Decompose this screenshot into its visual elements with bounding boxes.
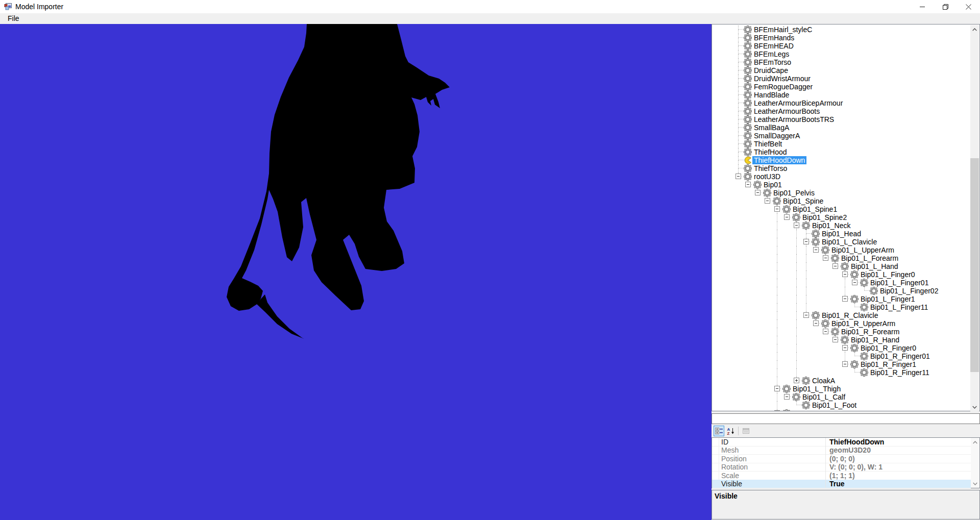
property-row-scale[interactable]: Scale(1; 1; 1): [712, 472, 971, 480]
tree-item[interactable]: Bip01_L_Finger02: [712, 287, 971, 295]
tree-item[interactable]: DruidWristArmour: [712, 75, 971, 83]
collapse-icon[interactable]: [803, 239, 809, 244]
collapse-icon[interactable]: [852, 280, 857, 285]
column-divider[interactable]: [825, 438, 826, 488]
tree-item[interactable]: [712, 409, 971, 411]
tree-item[interactable]: Bip01_L_Finger1: [712, 295, 971, 303]
menu-file[interactable]: File: [3, 13, 24, 24]
tree-item[interactable]: ThiefTorso: [712, 164, 971, 172]
tree-item[interactable]: Bip01_L_Finger11: [712, 303, 971, 311]
tree-item[interactable]: Bip01_R_Forearm: [712, 328, 971, 336]
tree-item[interactable]: ThiefHood: [712, 148, 971, 156]
close-button[interactable]: [957, 0, 980, 13]
collapse-icon[interactable]: [832, 337, 838, 342]
tree-item[interactable]: Bip01_L_Clavicle: [712, 238, 971, 246]
tree-item[interactable]: Bip01_L_Foot: [712, 401, 971, 409]
property-row-rotation[interactable]: RotationV: (0; 0; 0), W: 1: [712, 463, 971, 472]
collapse-icon[interactable]: [745, 182, 751, 187]
collapse-icon[interactable]: [765, 198, 770, 204]
tree-item[interactable]: SmallBagA: [712, 123, 971, 132]
tree-item[interactable]: FemRogueDagger: [712, 83, 971, 91]
tree-item[interactable]: Bip01_Spine: [712, 197, 971, 205]
tree-item[interactable]: Bip01_L_Thigh: [712, 385, 971, 393]
tree-item[interactable]: ThiefBelt: [712, 140, 971, 148]
property-value[interactable]: True: [829, 480, 845, 488]
tree-item[interactable]: rootU3D: [712, 172, 971, 181]
filter-textbox[interactable]: [712, 413, 980, 424]
tree-item[interactable]: LeatherArmourBoots: [712, 107, 971, 115]
tree-scrollbar-thumb[interactable]: [970, 158, 979, 372]
collapse-icon[interactable]: [813, 320, 819, 326]
collapse-icon[interactable]: [803, 312, 809, 318]
tree-item[interactable]: Bip01_Spine2: [712, 213, 971, 221]
collapse-icon[interactable]: [842, 271, 848, 277]
tree-item[interactable]: Bip01_R_Finger0: [712, 344, 971, 352]
tree-item[interactable]: Bip01_L_Finger0: [712, 270, 971, 279]
property-row-mesh[interactable]: MeshgeomU3D20: [712, 446, 971, 455]
propertygrid-scrollbar[interactable]: [971, 438, 979, 488]
property-row-position[interactable]: Position(0; 0; 0): [712, 455, 971, 463]
categorized-button[interactable]: [714, 426, 724, 436]
tree-item[interactable]: Bip01_R_Clavicle: [712, 311, 971, 319]
tree-item[interactable]: BFEmTorso: [712, 58, 971, 66]
tree-scrollbar[interactable]: [970, 25, 979, 411]
property-value[interactable]: (1; 1; 1): [829, 472, 855, 480]
scroll-down-icon[interactable]: [971, 479, 979, 488]
collapse-icon[interactable]: [736, 174, 741, 179]
tree-item[interactable]: Bip01_L_Forearm: [712, 254, 971, 262]
collapse-icon[interactable]: [784, 394, 790, 400]
collapse-icon[interactable]: [842, 361, 848, 367]
alphabetical-sort-button[interactable]: A Z: [725, 426, 736, 436]
tree-item[interactable]: Bip01_R_Hand: [712, 336, 971, 344]
property-row-visible[interactable]: VisibleTrue: [712, 480, 971, 488]
collapse-icon[interactable]: [794, 222, 799, 228]
tree-item[interactable]: Bip01_Spine1: [712, 205, 971, 213]
collapse-icon[interactable]: [784, 214, 790, 220]
minimize-button[interactable]: [911, 0, 934, 13]
tree-item[interactable]: BFEmLegs: [712, 50, 971, 58]
tree-item[interactable]: Bip01: [712, 181, 971, 189]
tree-item[interactable]: Bip01_Neck: [712, 221, 971, 230]
collapse-icon[interactable]: [823, 329, 828, 334]
property-value[interactable]: V: (0; 0; 0), W: 1: [829, 463, 883, 471]
tree-item[interactable]: Bip01_R_Finger11: [712, 368, 971, 377]
tree-item[interactable]: Bip01_L_Calf: [712, 393, 971, 401]
tree-item[interactable]: Bip01_R_Finger1: [712, 360, 971, 368]
collapse-icon[interactable]: [774, 206, 780, 212]
tree-item[interactable]: Bip01_L_Finger01: [712, 279, 971, 287]
collapse-icon[interactable]: [823, 255, 828, 261]
tree-item-selected[interactable]: ThiefHoodDown: [712, 156, 971, 164]
tree-item[interactable]: CloakA: [712, 377, 971, 385]
collapse-icon[interactable]: [832, 263, 838, 269]
property-value[interactable]: ThiefHoodDown: [829, 438, 884, 446]
tree-item[interactable]: SmallDaggerA: [712, 132, 971, 140]
tree-item[interactable]: DruidCape: [712, 66, 971, 75]
scroll-up-icon[interactable]: [970, 25, 979, 34]
expand-icon[interactable]: [794, 378, 799, 383]
collapse-icon[interactable]: [842, 296, 848, 302]
tree-item[interactable]: LeatherArmourBootsTRS: [712, 115, 971, 123]
collapse-icon[interactable]: [813, 247, 819, 253]
tree-item[interactable]: BFEmHands: [712, 34, 971, 42]
restore-button[interactable]: [934, 0, 957, 13]
scroll-up-icon[interactable]: [971, 438, 979, 447]
property-value[interactable]: geomU3D20: [829, 446, 871, 454]
tree-item[interactable]: Bip01_L_UpperArm: [712, 246, 971, 254]
tree-item[interactable]: HandBlade: [712, 91, 971, 99]
tree-item[interactable]: Bip01_R_Finger01: [712, 352, 971, 360]
collapse-icon[interactable]: [842, 345, 848, 351]
tree-item[interactable]: Bip01_Pelvis: [712, 189, 971, 197]
tree-item[interactable]: BFEmHairl_styleC: [712, 26, 971, 34]
collapse-icon[interactable]: [774, 410, 780, 411]
tree-item[interactable]: LeatherArmourBicepArmour: [712, 99, 971, 107]
scroll-down-icon[interactable]: [970, 403, 979, 411]
collapse-icon[interactable]: [774, 386, 780, 391]
tree-item[interactable]: Bip01_L_Hand: [712, 262, 971, 270]
tree-item[interactable]: BFEmHEAD: [712, 42, 971, 50]
3d-viewport[interactable]: [0, 24, 712, 520]
property-value[interactable]: (0; 0; 0): [829, 455, 855, 463]
collapse-icon[interactable]: [755, 190, 761, 195]
tree-item[interactable]: Bip01_Head: [712, 230, 971, 238]
property-row-id[interactable]: IDThiefHoodDown: [712, 438, 971, 447]
tree-item[interactable]: Bip01_R_UpperArm: [712, 319, 971, 328]
